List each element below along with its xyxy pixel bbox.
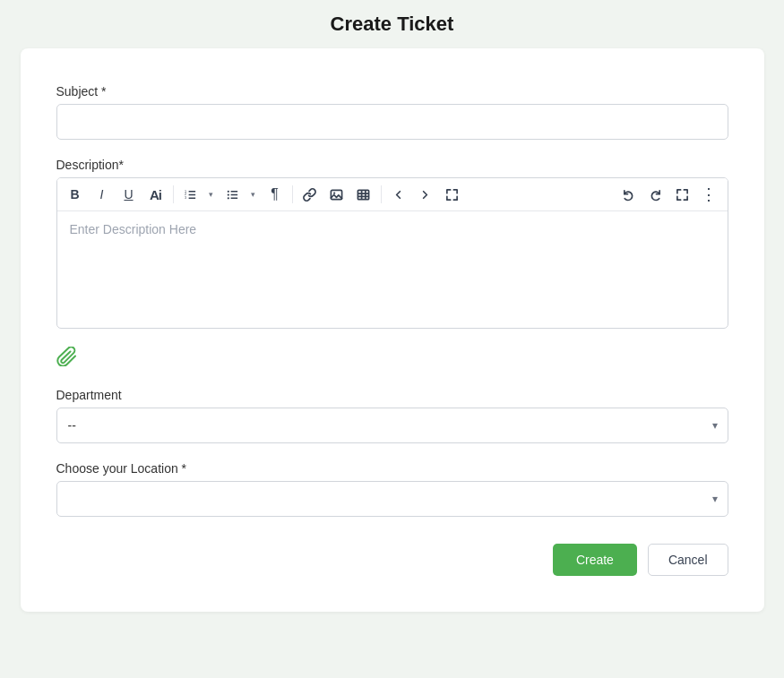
svg-text:3: 3 [185,196,186,200]
ordered-list-icon: 1 2 3 [184,188,197,202]
paperclip-icon [56,347,76,366]
location-select[interactable] [56,481,728,517]
attachment-wrapper [56,347,728,370]
department-select-wrapper: -- ▾ [56,408,728,443]
underline-button[interactable]: U [116,182,142,207]
description-placeholder: Enter Description Here [70,222,197,236]
unordered-list-group: ▾ [220,182,261,207]
ordered-list-dropdown-button[interactable]: ▾ [204,182,219,207]
link-icon [303,188,316,202]
department-field-group: Department -- ▾ [56,388,728,443]
subject-label: Subject * [56,84,728,99]
arrow-right-icon [418,188,432,202]
ordered-list-button[interactable]: 1 2 3 [178,182,203,207]
expand-button[interactable] [440,182,465,207]
unordered-list-button[interactable] [220,182,246,207]
location-label: Choose your Location * [56,461,728,476]
ordered-list-group: 1 2 3 ▾ [178,182,219,207]
editor-toolbar: B I U Ai [57,178,728,211]
svg-point-6 [228,190,229,192]
link-button[interactable] [297,182,323,207]
expand-icon [445,188,459,202]
page-title: Create Ticket [331,0,454,48]
svg-point-8 [228,197,229,199]
toolbar-divider-1 [173,185,174,203]
page-wrapper: Create Ticket Subject * Description* B I… [0,0,784,678]
department-select[interactable]: -- [56,408,728,443]
cancel-button[interactable]: Cancel [648,544,728,576]
unordered-list-dropdown-button[interactable]: ▾ [246,182,261,207]
description-editor: B I U Ai [56,177,728,329]
paragraph-button[interactable]: ¶ [263,182,288,207]
toolbar-divider-2 [292,185,293,203]
unordered-list-icon [226,188,239,202]
font-size-button[interactable]: Ai [143,182,168,207]
svg-point-7 [228,193,229,195]
location-field-group: Choose your Location * ▾ [56,461,728,517]
arrow-left-icon [392,188,405,202]
description-field-group: Description* B I U Ai [56,158,728,329]
department-label: Department [56,388,728,402]
svg-rect-14 [358,190,368,199]
svg-point-13 [333,192,335,193]
italic-button[interactable]: I [90,182,115,207]
form-card: Subject * Description* B I U Ai [21,48,764,612]
location-select-wrapper: ▾ [56,481,728,517]
table-icon [357,188,370,202]
description-label: Description* [56,158,728,172]
fullscreen-icon [676,188,689,202]
more-options-button[interactable]: ⋮ [697,182,722,207]
subject-field-group: Subject * [56,84,728,140]
undo-button[interactable] [616,182,642,207]
image-icon [330,188,343,202]
redo-icon [649,188,662,202]
toolbar-divider-3 [381,185,382,203]
form-actions: Create Cancel [56,544,728,576]
undo-icon [622,188,635,202]
subject-input[interactable] [56,104,728,140]
image-button[interactable] [324,182,349,207]
bold-button[interactable]: B [63,182,88,207]
table-button[interactable] [351,182,376,207]
attachment-button[interactable] [56,347,76,369]
arrow-right-button[interactable] [413,182,438,207]
create-button[interactable]: Create [553,544,637,576]
redo-button[interactable] [643,182,668,207]
arrow-left-button[interactable] [386,182,411,207]
description-input[interactable]: Enter Description Here [57,211,728,328]
fullscreen-button[interactable] [670,182,695,207]
